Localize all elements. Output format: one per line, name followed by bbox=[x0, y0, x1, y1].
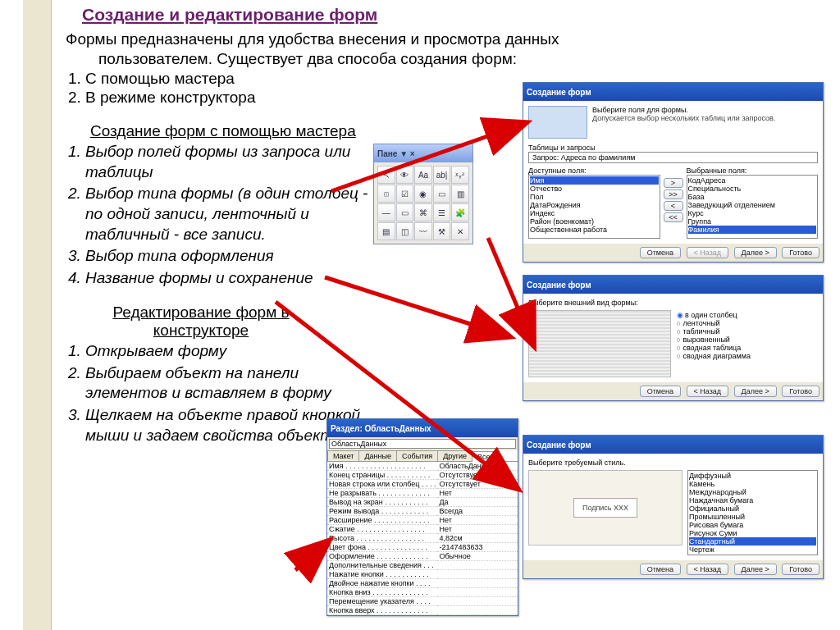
toolbox-button[interactable]: ⌘ bbox=[414, 203, 432, 221]
back-button[interactable]: < Назад bbox=[687, 386, 729, 397]
next-button[interactable]: Далее > bbox=[734, 247, 777, 258]
selected-fields-list[interactable]: КодАдресаСпециальностьБазаЗаведующий отд… bbox=[687, 175, 819, 239]
property-row[interactable]: Дополнительные сведения . . . bbox=[327, 561, 518, 570]
property-row[interactable]: Новая строка или столбец . . . .Отсутств… bbox=[327, 480, 518, 489]
list-item[interactable]: Имя bbox=[530, 176, 659, 185]
tab-other[interactable]: Другие bbox=[437, 450, 472, 461]
toolbox-button[interactable]: 🧩 bbox=[451, 203, 469, 221]
available-fields-list[interactable]: ИмяОтчествоПолДатаРожденияИндексРайон (в… bbox=[528, 175, 660, 239]
next-button[interactable]: Далее > bbox=[734, 564, 777, 575]
list-item[interactable]: Чертеж bbox=[689, 546, 816, 554]
tab-all[interactable]: Все bbox=[472, 451, 496, 462]
property-row[interactable]: Перемещение указателя . . . . bbox=[327, 597, 518, 606]
list-item[interactable]: Заведующий отделением bbox=[688, 201, 817, 209]
radio-option[interactable]: ленточный bbox=[677, 319, 818, 327]
wizard2-dialog[interactable]: Создание форм Выберите внешний вид формы… bbox=[523, 275, 824, 401]
list-item[interactable]: КодАдреса bbox=[688, 176, 817, 185]
layout-radio-list[interactable]: в один столбецленточныйтабличныйвыровнен… bbox=[676, 310, 819, 377]
property-row[interactable]: Двойное нажатие кнопки . . . . bbox=[327, 579, 518, 588]
done-button[interactable]: Готово bbox=[782, 564, 819, 575]
toolbox-button[interactable]: ⎅ bbox=[377, 185, 395, 203]
section-combo[interactable]: ОбластьДанных bbox=[329, 439, 516, 449]
toolbox-button[interactable]: ⚒ bbox=[433, 222, 451, 240]
done-button[interactable]: Готово bbox=[782, 386, 819, 397]
add-all-button[interactable]: >> bbox=[664, 189, 683, 199]
toolbox-button[interactable]: ab| bbox=[433, 166, 451, 184]
tables-combo[interactable]: Запрос: Адреса по фамилиям bbox=[528, 152, 818, 163]
toolbox-button[interactable]: ↖ bbox=[377, 166, 395, 184]
toolbox-panel[interactable]: Пане ▼ × ↖👁Aaab|ᵡᵧᶻ⎅☑◉▭▥—▭⌘☰🧩▤◫〰⚒✕ bbox=[373, 144, 473, 244]
property-row[interactable]: Имя . . . . . . . . . . . . . . . . . . … bbox=[327, 462, 518, 471]
list-item[interactable]: Курс bbox=[688, 209, 817, 217]
list-item[interactable]: Международный bbox=[689, 488, 816, 496]
toolbox-button[interactable]: ✕ bbox=[451, 222, 469, 240]
properties-tabs[interactable]: Макет Данные События Другие Все bbox=[327, 450, 518, 462]
list-item[interactable]: Наждачная бумага bbox=[689, 496, 816, 504]
property-row[interactable]: Нажатие кнопки . . . . . . . . . . . bbox=[327, 570, 518, 579]
list-item[interactable]: Диффузный bbox=[689, 472, 816, 480]
next-button[interactable]: Далее > bbox=[734, 386, 777, 397]
radio-option[interactable]: в один столбец bbox=[677, 311, 818, 319]
property-row[interactable]: Режим вывода . . . . . . . . . . . .Всег… bbox=[327, 507, 518, 516]
list-item[interactable]: Район (военкомат) bbox=[530, 217, 659, 226]
property-row[interactable]: Вывод на экран . . . . . . . . . . .Да bbox=[327, 498, 518, 507]
list-item[interactable]: Специальность bbox=[688, 185, 817, 193]
toolbox-button[interactable]: ▭ bbox=[396, 203, 414, 221]
cancel-button[interactable]: Отмена bbox=[640, 564, 681, 575]
toolbox-button[interactable]: 👁 bbox=[396, 166, 414, 184]
toolbox-button[interactable]: ᵡᵧᶻ bbox=[451, 166, 469, 184]
radio-option[interactable]: выровненный bbox=[677, 336, 818, 344]
property-row[interactable]: Кнопка вверх . . . . . . . . . . . . . bbox=[327, 606, 518, 615]
property-row[interactable]: Высота . . . . . . . . . . . . . . . . .… bbox=[327, 534, 518, 543]
radio-option[interactable]: сводная диаграмма bbox=[677, 352, 818, 360]
list-item[interactable]: Фамилия bbox=[688, 226, 817, 234]
toolbox-button[interactable]: ◉ bbox=[414, 185, 432, 203]
toolbox-button[interactable]: ▥ bbox=[451, 185, 469, 203]
list-item[interactable]: Пол bbox=[530, 193, 659, 201]
list-item[interactable]: Рисунок Суми bbox=[689, 529, 816, 537]
toolbox-button[interactable]: ☑ bbox=[396, 185, 414, 203]
list-item[interactable]: Индекс bbox=[530, 209, 659, 217]
property-row[interactable]: Сжатие . . . . . . . . . . . . . . . . .… bbox=[327, 525, 518, 534]
tab-data[interactable]: Данные bbox=[358, 450, 397, 461]
style-list[interactable]: ДиффузныйКаменьМеждународныйНаждачная бу… bbox=[687, 470, 818, 555]
tab-layout[interactable]: Макет bbox=[327, 450, 359, 461]
list-item[interactable]: Стандартный bbox=[689, 537, 816, 546]
list-item[interactable]: База bbox=[688, 193, 817, 201]
toolbox-button[interactable]: ◫ bbox=[396, 222, 414, 240]
property-row[interactable]: Кнопка вниз . . . . . . . . . . . . . . bbox=[327, 588, 518, 597]
list-item[interactable]: ДатаРождения bbox=[530, 201, 659, 209]
property-row[interactable]: Оформление . . . . . . . . . . . . .Обыч… bbox=[327, 552, 518, 561]
back-button[interactable]: < Назад bbox=[687, 247, 729, 258]
cancel-button[interactable]: Отмена bbox=[640, 386, 681, 397]
properties-dialog[interactable]: Раздел: ОбластьДанных ОбластьДанных Маке… bbox=[326, 418, 518, 616]
back-button[interactable]: < Назад bbox=[687, 564, 729, 575]
list-item[interactable]: Официальный bbox=[689, 504, 816, 513]
list-item[interactable]: Камень bbox=[689, 480, 816, 488]
add-one-button[interactable]: > bbox=[664, 178, 683, 188]
radio-option[interactable]: табличный bbox=[677, 327, 818, 336]
list-item[interactable]: Промышленный bbox=[689, 513, 816, 521]
property-row[interactable]: Цвет фона . . . . . . . . . . . . . . .-… bbox=[327, 543, 518, 552]
properties-grid[interactable]: Имя . . . . . . . . . . . . . . . . . . … bbox=[327, 462, 518, 615]
toolbox-button[interactable]: — bbox=[377, 203, 395, 221]
remove-all-button[interactable]: << bbox=[664, 212, 683, 222]
property-row[interactable]: Не разрывать . . . . . . . . . . . . .Не… bbox=[327, 489, 518, 498]
cancel-button[interactable]: Отмена bbox=[640, 247, 681, 258]
property-row[interactable]: Конец страницы . . . . . . . . . . .Отсу… bbox=[327, 471, 518, 480]
toolbox-button[interactable]: ☰ bbox=[433, 203, 451, 221]
tab-events[interactable]: События bbox=[396, 450, 438, 461]
list-item[interactable]: Отчество bbox=[530, 185, 659, 193]
radio-option[interactable]: сводная таблица bbox=[677, 344, 818, 352]
list-item[interactable]: Группа bbox=[688, 217, 817, 226]
toolbox-button[interactable]: Aa bbox=[414, 166, 432, 184]
toolbox-button[interactable]: 〰 bbox=[414, 222, 432, 240]
list-item[interactable]: Общественная работа bbox=[530, 226, 659, 234]
list-item[interactable]: Рисовая бумага bbox=[689, 521, 816, 529]
wizard3-dialog[interactable]: Создание форм Выберите требуемый стиль. … bbox=[523, 435, 824, 579]
wizard1-dialog[interactable]: Создание форм Выберите поля для формы. Д… bbox=[523, 82, 824, 262]
property-row[interactable]: Расширение . . . . . . . . . . . . . .Не… bbox=[327, 516, 518, 525]
done-button[interactable]: Готово bbox=[782, 247, 819, 258]
toolbox-button[interactable]: ▤ bbox=[377, 222, 395, 240]
toolbox-button[interactable]: ▭ bbox=[433, 185, 451, 203]
